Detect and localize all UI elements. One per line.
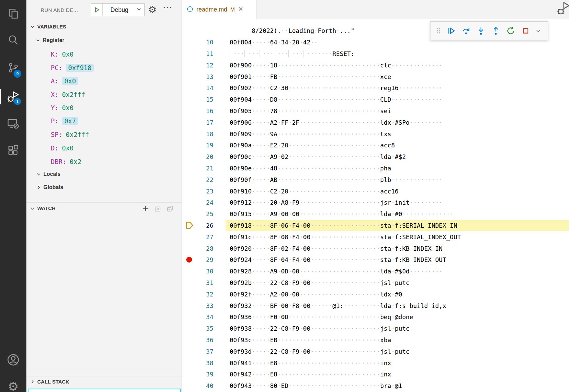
run-or-debug-editor-icon[interactable] [556, 1, 569, 18]
glyph-margin[interactable] [182, 140, 198, 151]
code-line-text[interactable]: 00f90e·····48···························… [226, 163, 569, 174]
code-line-text[interactable]: 00f928·····A9·0D·00·····················… [226, 266, 569, 277]
glyph-margin[interactable] [182, 59, 198, 71]
glyph-margin[interactable] [182, 220, 198, 231]
tab-readme-md[interactable]: readme.md M [182, 0, 257, 19]
code-line-text[interactable]: 00f906·····A2·FF·2F·····················… [226, 117, 569, 128]
glyph-margin[interactable] [182, 369, 198, 380]
step-into-icon[interactable] [475, 24, 487, 38]
glyph-margin[interactable] [182, 208, 198, 220]
glyph-margin[interactable] [182, 243, 198, 254]
code-line-text[interactable]: ··· ··· ··· ··· ··· ·······RESET: [226, 48, 569, 60]
glyph-margin[interactable] [182, 94, 198, 105]
code-line-text[interactable]: 00f93d·····22·C8·F9·00··················… [226, 346, 569, 357]
code-row[interactable]: 1700f906·····A2·FF·2F···················… [182, 117, 569, 128]
more-debug-actions-icon[interactable] [535, 24, 542, 38]
code-line-text[interactable]: 00f912·····20·A8·F9·····················… [226, 197, 569, 208]
code-row[interactable]: 2700f91c·····8F·08·F4·00················… [182, 231, 569, 243]
code-line-text[interactable]: 00f93c·····EB···························… [226, 334, 569, 346]
code-row[interactable]: 2200f90f·····AB·························… [182, 174, 569, 185]
glyph-margin[interactable] [182, 254, 198, 266]
register-row[interactable]: PC:0xf918 [51, 63, 94, 72]
glyph-margin[interactable] [182, 277, 198, 289]
code-row[interactable]: 2000f90c·····A9·02······················… [182, 151, 569, 163]
code-row[interactable]: 2500f915·····A9·00·00···················… [182, 208, 569, 220]
glyph-margin[interactable] [182, 346, 198, 357]
code-line-text[interactable]: 00f905·····78···························… [226, 105, 569, 117]
more-actions-icon[interactable]: ··· [163, 3, 173, 12]
call-stack-focused-row[interactable] [28, 389, 181, 392]
code-line-text[interactable]: 00f90a·····E2·20························… [226, 140, 569, 151]
glyph-margin[interactable] [182, 117, 198, 128]
glyph-margin[interactable] [182, 163, 198, 174]
register-row[interactable]: SP:0x2fff [51, 130, 89, 139]
code-row[interactable]: 3100f92b·····22·C8·F9·00················… [182, 277, 569, 289]
register-row[interactable]: A:0x0 [51, 77, 78, 85]
register-row[interactable]: D:0x0 [51, 144, 73, 152]
code-row[interactable]: 3200f92f·····A2·00·00···················… [182, 288, 569, 300]
code-row[interactable]: 2900f924·····8F·04·F4·00················… [182, 254, 569, 266]
code-line-text[interactable]: 00f909·····9A···························… [226, 128, 569, 140]
close-icon[interactable] [238, 6, 244, 13]
variables-section-header[interactable]: VARIABLES [30, 24, 66, 29]
code-row[interactable]: 1800f909·····9A·························… [182, 128, 569, 140]
glyph-margin[interactable] [182, 380, 198, 392]
glyph-margin[interactable] [182, 71, 198, 82]
code-row[interactable]: 3600f93c·····EB·························… [182, 334, 569, 346]
code-line-text[interactable]: 00f943·····80·ED························… [226, 380, 569, 392]
code-row[interactable]: 1900f90a·····E2·20······················… [182, 140, 569, 151]
call-stack-section-header[interactable]: CALL STACK [30, 379, 69, 385]
step-over-icon[interactable] [460, 24, 472, 38]
code-row[interactable]: 2800f920·····8F·02·F4·00················… [182, 243, 569, 254]
glyph-margin[interactable] [182, 334, 198, 346]
code-row[interactable]: 3300f932·····BF·00·F8·00······@1:·······… [182, 300, 569, 311]
add-expression-icon[interactable] [142, 205, 150, 214]
step-out-icon[interactable] [490, 24, 502, 38]
glyph-margin[interactable] [182, 288, 198, 300]
code-line-text[interactable]: 00f92b·····22·C8·F9·00··················… [226, 277, 569, 289]
code-row[interactable]: 3500f938·····22·C8·F9·00················… [182, 323, 569, 334]
glyph-margin[interactable] [182, 323, 198, 334]
register-row[interactable]: DBR:0x2 [51, 157, 81, 166]
code-line-text[interactable]: 00f902·····C2·30························… [226, 82, 569, 94]
code-row[interactable]: 2600f918·····8F·06·F4·00················… [182, 220, 569, 231]
continue-icon[interactable] [445, 24, 457, 38]
breakpoint-icon[interactable] [186, 257, 192, 263]
code-line-text[interactable]: 00f942·····E8···························… [226, 369, 569, 380]
code-row[interactable]: 4000f943·····80·ED······················… [182, 380, 569, 392]
glyph-margin[interactable] [182, 185, 198, 197]
code-line-text[interactable]: 00f936·····F0·0D························… [226, 311, 569, 323]
code-line-text[interactable]: 00f90f·····AB···························… [226, 174, 569, 185]
code-line-text[interactable]: 00f920·····8F·02·F4·00··················… [226, 243, 569, 254]
code-row[interactable]: 2300f910·····C2·20······················… [182, 185, 569, 197]
code-line-text[interactable]: 00f938·····22·C8·F9·00··················… [226, 323, 569, 334]
code-row[interactable]: 1300f901·····FB·························… [182, 71, 569, 82]
code-line-text[interactable]: 00f92f·····A2·00·00·····················… [226, 288, 569, 300]
code-row[interactable]: 3800f941·····E8·························… [182, 357, 569, 369]
code-row[interactable]: 1200f900·····18·························… [182, 59, 569, 71]
code-row[interactable]: 3400f936·····F0·0D······················… [182, 311, 569, 323]
stop-icon[interactable] [520, 24, 531, 38]
code-line-text[interactable]: 00f91c·····8F·08·F4·00··················… [226, 231, 569, 243]
locals-group[interactable]: Locals [36, 171, 61, 177]
collapse-all-icon[interactable] [166, 205, 174, 214]
register-row[interactable]: P:0x7 [51, 117, 78, 125]
extensions-icon[interactable] [6, 143, 21, 158]
code-row[interactable]: 1600f905·····78·························… [182, 105, 569, 117]
account-icon[interactable] [6, 352, 21, 367]
debug-settings-gear-icon[interactable]: ⚙ [148, 4, 156, 15]
search-icon[interactable] [6, 33, 21, 47]
debug-config-dropdown[interactable]: Debug [91, 3, 145, 16]
code-line-text[interactable]: 00f90c·····A9·02························… [226, 151, 569, 163]
settings-gear-icon[interactable]: ⚙ [6, 379, 21, 392]
glyph-margin[interactable] [182, 128, 198, 140]
glyph-margin[interactable] [182, 105, 198, 117]
register-group[interactable]: Register [35, 37, 64, 43]
code-row[interactable]: 3900f942·····E8·························… [182, 369, 569, 380]
toolbar-drag-handle-icon[interactable] [435, 24, 442, 38]
code-row[interactable]: 2400f912·····20·A8·F9···················… [182, 197, 569, 208]
glyph-margin[interactable] [182, 231, 198, 243]
glyph-margin[interactable] [182, 37, 198, 48]
start-debug-button[interactable] [91, 4, 103, 16]
globals-group[interactable]: Globals [36, 184, 63, 190]
